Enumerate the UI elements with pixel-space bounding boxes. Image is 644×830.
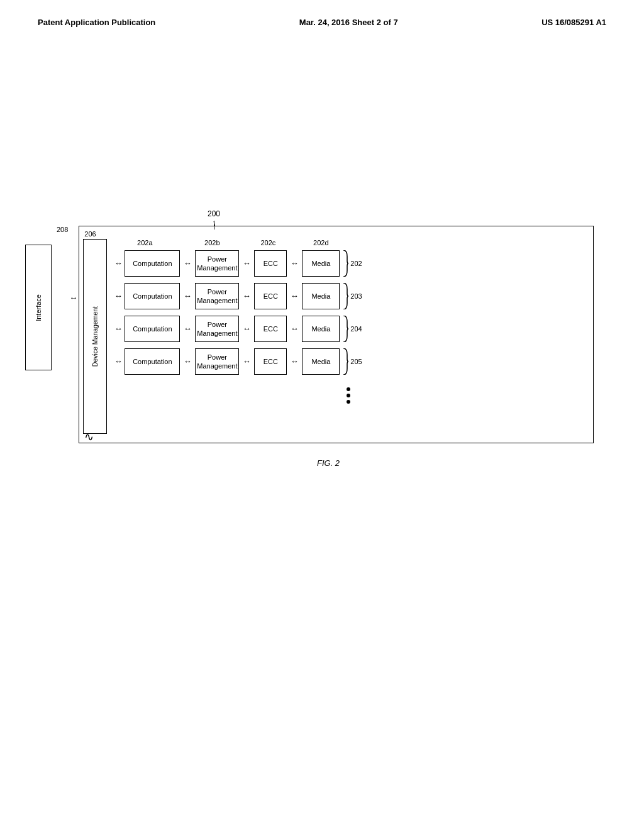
interface-block: Interface xyxy=(25,245,52,370)
arrow-dm-comp-1: ↔ xyxy=(112,283,125,309)
arrow-comp-power-2: ↔ xyxy=(180,316,195,342)
interface-arrow: ↔ xyxy=(68,293,79,302)
ecc-block-2: ECC xyxy=(254,316,287,342)
arrow-power-ecc-0: ↔ xyxy=(239,250,254,277)
label-200: 200 \ xyxy=(208,209,220,218)
row-number-0: 202 xyxy=(350,260,362,267)
header-right: US 16/085291 A1 xyxy=(541,18,606,27)
row-number-1: 203 xyxy=(350,292,362,300)
media-block-3: Media xyxy=(302,348,340,375)
diagram-row-202: ↔Computation↔PowerManagement↔ECC↔Media20… xyxy=(112,250,584,277)
power-management-block-2: PowerManagement xyxy=(195,316,239,342)
page-header: Patent Application Publication Mar. 24, … xyxy=(0,0,644,27)
power-management-block-1: PowerManagement xyxy=(195,283,239,309)
arrow-comp-power-0: ↔ xyxy=(180,250,195,277)
diagram-area: 200 \ 208 Interface ↔ 206 xyxy=(63,208,594,468)
power-management-block-3: PowerManagement xyxy=(195,348,239,375)
row-brace-2: 204 xyxy=(342,316,362,342)
header-left: Patent Application Publication xyxy=(38,18,155,27)
row-brace-0: 202 xyxy=(342,250,362,277)
ecc-block-0: ECC xyxy=(254,250,287,277)
arrow-dm-comp-2: ↔ xyxy=(112,316,125,342)
diagram-row-204: ↔Computation↔PowerManagement↔ECC↔Media20… xyxy=(112,316,584,342)
col-label-202d: 202d xyxy=(302,239,340,246)
diagram-row-203: ↔Computation↔PowerManagement↔ECC↔Media20… xyxy=(112,283,584,309)
computation-block-1: Computation xyxy=(125,283,180,309)
column-labels-row: 202a 202b 202c 202d xyxy=(112,239,584,246)
arrow-comp-power-3: ↔ xyxy=(180,348,195,375)
row-number-2: 204 xyxy=(350,325,362,333)
arrow-ecc-media-2: ↔ xyxy=(287,316,302,342)
zigzag-mark: ∿ xyxy=(84,431,94,443)
ecc-block-1: ECC xyxy=(254,283,287,309)
computation-block-0: Computation xyxy=(125,250,180,277)
interface-label: Interface xyxy=(35,294,42,321)
fig-caption: FIG. 2 xyxy=(63,458,594,468)
col-label-202a: 202a xyxy=(117,239,172,246)
media-block-2: Media xyxy=(302,316,340,342)
continuation-dots xyxy=(112,386,584,405)
arrow-ecc-media-3: ↔ xyxy=(287,348,302,375)
computation-block-3: Computation xyxy=(125,348,180,375)
row-brace-3: 205 xyxy=(342,348,362,375)
row-brace-1: 203 xyxy=(342,283,362,309)
arrow-comp-power-1: ↔ xyxy=(180,283,195,309)
arrow-dm-comp-0: ↔ xyxy=(112,250,125,277)
label-208: 208 xyxy=(57,226,68,233)
label-206: 206 xyxy=(84,230,96,238)
main-diagram-box: 206 Device Management ∿ 202a xyxy=(79,226,594,443)
arrow-ecc-media-1: ↔ xyxy=(287,283,302,309)
computation-block-2: Computation xyxy=(125,316,180,342)
arrow-power-ecc-1: ↔ xyxy=(239,283,254,309)
arrow-ecc-media-0: ↔ xyxy=(287,250,302,277)
diagram-row-205: ↔Computation↔PowerManagement↔ECC↔Media20… xyxy=(112,348,584,375)
rows-container: ↔Computation↔PowerManagement↔ECC↔Media20… xyxy=(112,250,584,381)
power-management-block-0: PowerManagement xyxy=(195,250,239,277)
device-management-label: Device Management xyxy=(91,306,100,367)
device-management-block: Device Management xyxy=(83,239,107,434)
ecc-block-3: ECC xyxy=(254,348,287,375)
row-number-3: 205 xyxy=(350,358,362,365)
arrow-power-ecc-2: ↔ xyxy=(239,316,254,342)
arrow-dm-comp-3: ↔ xyxy=(112,348,125,375)
media-block-0: Media xyxy=(302,250,340,277)
media-block-1: Media xyxy=(302,283,340,309)
arrow-power-ecc-3: ↔ xyxy=(239,348,254,375)
col-label-202c: 202c xyxy=(252,239,284,246)
header-center: Mar. 24, 2016 Sheet 2 of 7 xyxy=(299,18,398,27)
col-label-202b: 202b xyxy=(190,239,234,246)
